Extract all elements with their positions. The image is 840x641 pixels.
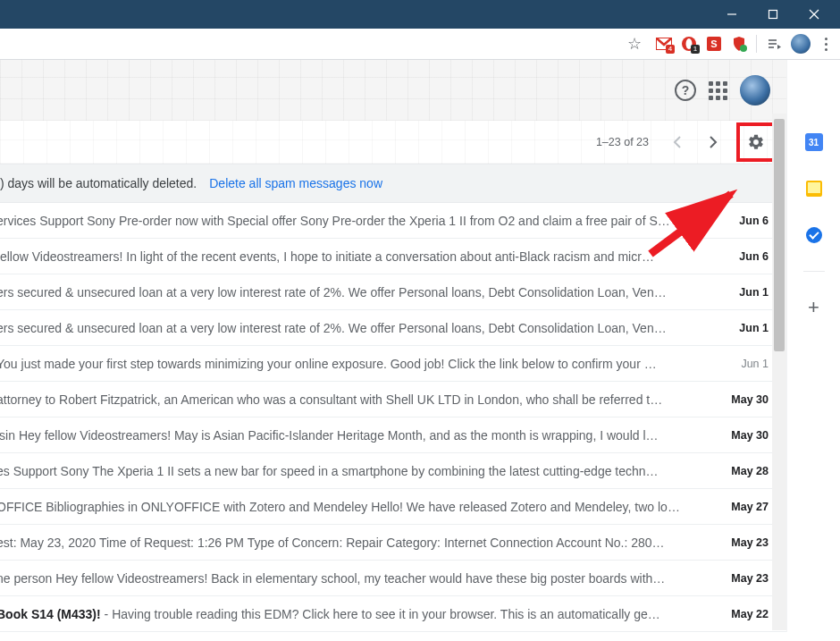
extension-s-icon[interactable]: S bbox=[706, 36, 722, 52]
media-control-icon[interactable] bbox=[766, 36, 782, 52]
message-row[interactable]: ervices Support Sony Pre-order now with … bbox=[0, 203, 786, 239]
separator bbox=[756, 35, 757, 53]
gmail-badge: 4 bbox=[666, 45, 675, 54]
delete-spam-link[interactable]: Delete all spam messages now bbox=[209, 176, 382, 190]
list-toolbar: 1–23 of 23 bbox=[0, 121, 786, 164]
message-date: Jun 1 bbox=[720, 286, 769, 299]
message-row[interactable]: fellow Videostreamers! In light of the r… bbox=[0, 239, 786, 274]
scrollbar-thumb[interactable] bbox=[774, 119, 785, 351]
message-date: Jun 1 bbox=[720, 358, 769, 370]
message-snippet: ers secured & unsecured loan at a very l… bbox=[0, 285, 720, 299]
message-date: May 30 bbox=[720, 429, 769, 442]
message-date: May 30 bbox=[720, 393, 769, 406]
message-snippet: ne person Hey fellow Videostreamers! Bac… bbox=[0, 571, 720, 586]
window-maximize-button[interactable] bbox=[752, 0, 794, 29]
message-row[interactable]: isin Hey fellow Videostreamers! May is A… bbox=[0, 417, 786, 453]
message-snippet: ers secured & unsecured loan at a very l… bbox=[0, 321, 720, 335]
message-date: May 27 bbox=[720, 501, 769, 513]
profile-avatar-small[interactable] bbox=[791, 34, 811, 54]
message-date: Jun 1 bbox=[720, 322, 769, 334]
message-snippet: OFFICE Bibliographies in ONLYOFFICE with… bbox=[0, 500, 720, 514]
support-icon[interactable]: ? bbox=[675, 80, 696, 101]
bookmark-star-icon[interactable]: ☆ bbox=[627, 34, 642, 54]
message-date: May 23 bbox=[720, 536, 769, 549]
pager-text: 1–23 of 23 bbox=[596, 136, 649, 148]
newer-button[interactable] bbox=[661, 126, 693, 158]
extension-opera-icon[interactable]: 1 bbox=[681, 36, 697, 52]
content-area: ? 1–23 of 23 bbox=[0, 60, 840, 641]
gmail-header: ? bbox=[0, 60, 786, 121]
extension-shield-icon[interactable] bbox=[731, 36, 747, 52]
scrollbar[interactable] bbox=[772, 114, 786, 630]
svg-rect-1 bbox=[769, 11, 777, 19]
message-snippet: ervices Support Sony Pre-order now with … bbox=[0, 214, 720, 228]
window-close-button[interactable] bbox=[794, 0, 835, 29]
message-snippet: Book S14 (M433)! - Having trouble readin… bbox=[0, 607, 720, 621]
calendar-addon-icon[interactable]: 31 bbox=[803, 131, 825, 153]
window-minimize-button[interactable] bbox=[711, 0, 752, 29]
message-date: May 28 bbox=[720, 465, 769, 477]
message-date: May 23 bbox=[720, 572, 769, 585]
message-snippet: You just made your first step towards mi… bbox=[0, 357, 720, 371]
get-addons-icon[interactable]: + bbox=[803, 297, 825, 318]
extension-gmail-icon[interactable]: 4 bbox=[656, 36, 672, 52]
message-row[interactable]: ers secured & unsecured loan at a very l… bbox=[0, 274, 786, 310]
svg-point-7 bbox=[740, 45, 747, 52]
message-snippet: fellow Videostreamers! In light of the r… bbox=[0, 249, 720, 264]
message-row[interactable]: est: May 23, 2020 Time of Request: 1:26 … bbox=[0, 525, 786, 561]
settings-highlight bbox=[736, 122, 776, 162]
message-date: Jun 6 bbox=[720, 215, 769, 227]
opera-badge: 1 bbox=[691, 45, 700, 54]
message-snippet: es Support Sony The Xperia 1 II sets a n… bbox=[0, 464, 720, 478]
message-row[interactable]: OFFICE Bibliographies in ONLYOFFICE with… bbox=[0, 489, 786, 525]
message-row[interactable]: Book S14 (M433)! - Having trouble readin… bbox=[0, 596, 786, 632]
message-snippet: isin Hey fellow Videostreamers! May is A… bbox=[0, 428, 720, 443]
chrome-menu-icon[interactable] bbox=[819, 38, 833, 51]
message-row[interactable]: attorney to Robert Fitzpatrick, an Ameri… bbox=[0, 382, 786, 417]
message-row[interactable]: ne person Hey fellow Videostreamers! Bac… bbox=[0, 561, 786, 596]
older-button[interactable] bbox=[697, 126, 729, 158]
gmail-pane: ? 1–23 of 23 bbox=[0, 60, 786, 632]
keep-addon-icon[interactable] bbox=[803, 178, 825, 199]
message-snippet: est: May 23, 2020 Time of Request: 1:26 … bbox=[0, 536, 720, 550]
message-row[interactable]: es Support Sony The Xperia 1 II sets a n… bbox=[0, 453, 786, 489]
browser-toolbar: ☆ 4 1 S bbox=[0, 29, 840, 60]
settings-gear-icon[interactable] bbox=[747, 133, 765, 151]
message-list: ervices Support Sony Pre-order now with … bbox=[0, 203, 786, 632]
banner-text: ) days will be automatically deleted. bbox=[0, 176, 197, 190]
side-separator bbox=[803, 271, 825, 272]
side-panel: 31 + bbox=[786, 60, 840, 632]
message-date: Jun 6 bbox=[720, 250, 769, 263]
message-snippet: attorney to Robert Fitzpatrick, an Ameri… bbox=[0, 392, 720, 407]
spam-banner: ) days will be automatically deleted. De… bbox=[0, 164, 786, 203]
google-apps-icon[interactable] bbox=[709, 81, 727, 100]
message-row[interactable]: You just made your first step towards mi… bbox=[0, 346, 786, 382]
window-titlebar bbox=[0, 0, 840, 29]
message-row[interactable]: ers secured & unsecured loan at a very l… bbox=[0, 310, 786, 346]
tasks-addon-icon[interactable] bbox=[803, 224, 825, 246]
message-date: May 22 bbox=[720, 608, 769, 620]
account-avatar[interactable] bbox=[740, 75, 770, 105]
